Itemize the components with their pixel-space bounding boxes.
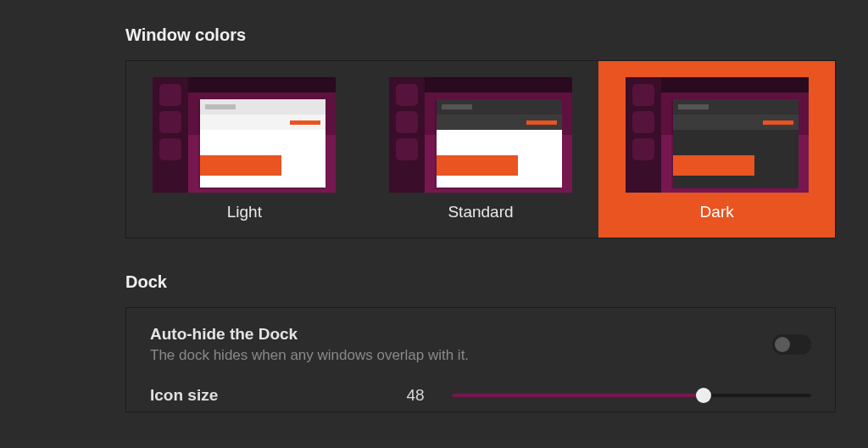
dock-panel: Auto-hide the Dock The dock hides when a… [125,307,836,412]
autohide-label: Auto-hide the Dock [150,325,469,344]
icon-size-slider[interactable] [452,387,811,404]
slider-fill [452,394,704,397]
autohide-row: Auto-hide the Dock The dock hides when a… [150,325,811,364]
icon-size-label: Icon size [150,386,379,405]
theme-option-standard[interactable]: Standard [363,61,599,238]
theme-option-dark[interactable]: Dark [598,61,835,238]
autohide-description: The dock hides when any windows overlap … [150,347,469,364]
icon-size-value: 48 [394,386,437,405]
slider-thumb[interactable] [696,388,711,403]
theme-label-standard: Standard [448,203,513,221]
window-colors-options: Light Standard Dark [125,60,836,238]
icon-size-row: Icon size 48 [150,386,811,405]
theme-label-dark: Dark [700,203,734,221]
theme-option-light[interactable]: Light [126,61,363,238]
autohide-toggle[interactable] [772,334,811,355]
theme-preview-dark [626,77,809,193]
theme-preview-standard [389,77,572,193]
window-colors-title: Window colors [125,25,844,45]
theme-label-light: Light [227,203,262,221]
dock-section-title: Dock [125,272,844,292]
theme-preview-light [153,77,336,193]
toggle-knob [775,337,790,352]
